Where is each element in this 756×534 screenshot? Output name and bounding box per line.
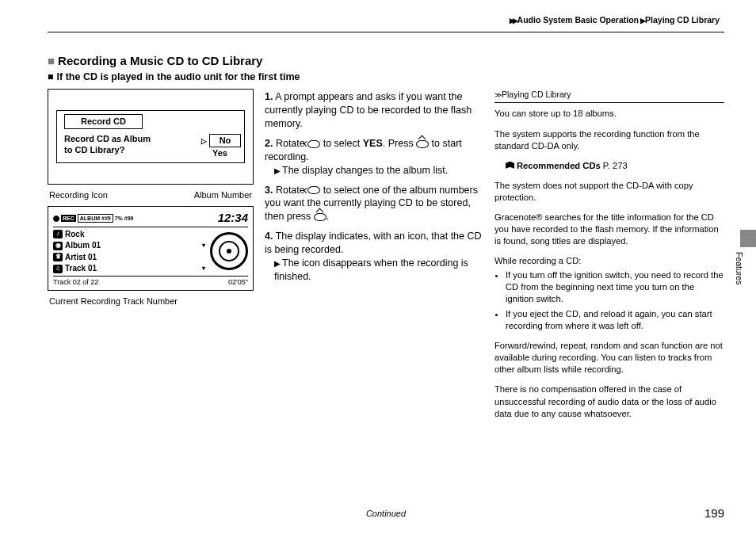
sidebar-divider xyxy=(494,102,724,103)
sidebar-p3: The system does not support the CD-DA wi… xyxy=(494,180,724,204)
label-album-number: Album Number xyxy=(194,189,252,201)
dial-icon xyxy=(307,139,320,149)
section-title: ■Recording a Music CD to CD Library xyxy=(48,53,483,69)
page-number: 199 xyxy=(704,505,724,521)
chevron-down-icon: ▾ xyxy=(202,265,205,273)
step-4: 4. The display indicates, with an icon, … xyxy=(265,230,483,284)
label-current-track-number: Current Recording Track Number xyxy=(48,296,254,307)
page-footer: Continued 199 xyxy=(48,508,724,520)
instruction-steps: 1. A prompt appears and asks if you want… xyxy=(265,89,483,289)
album-value: Album 01 xyxy=(65,240,101,251)
section-subtitle: ■If the CD is played in the audio unit f… xyxy=(48,71,483,84)
section-subtitle-text: If the CD is played in the audio unit fo… xyxy=(57,71,300,82)
track-counter: Track 02 of 22 xyxy=(53,277,98,287)
sidebar-p1: You can store up to 18 albums. xyxy=(494,108,724,120)
sidebar-title: ≫Playing CD Library xyxy=(494,89,724,100)
pointer-icon: ▷ xyxy=(201,137,207,145)
section-title-text: Recording a Music CD to CD Library xyxy=(58,54,262,67)
sidebar-li2: If you eject the CD, and reload it again… xyxy=(506,308,724,332)
step-2: 2. Rotate to select YES. Press to start … xyxy=(265,137,483,177)
option-no: No xyxy=(209,134,241,147)
chevron-right-icon: ▶ xyxy=(640,17,643,25)
album-icon: ◉ xyxy=(53,242,63,250)
prompt-title: Record CD xyxy=(64,114,143,129)
sidebar-list-intro: While recording a CD: xyxy=(494,255,724,267)
press-icon xyxy=(416,139,429,149)
square-bullet-icon: ■ xyxy=(48,71,54,82)
option-yes: Yes xyxy=(201,148,227,158)
triangle-bullet-icon: ▶ xyxy=(274,259,281,268)
clock-readout: 12:34 xyxy=(218,210,248,226)
dial-icon xyxy=(307,185,320,195)
sidebar-li1: If you turn off the ignition switch, you… xyxy=(506,269,724,305)
elapsed-time: 02'05" xyxy=(228,277,248,287)
track-value: Track 01 xyxy=(65,263,97,274)
sidebar-p5: Forward/rewind, repeat, random and scan … xyxy=(494,340,724,376)
prompt-question: Record CD as Album to CD Library? xyxy=(60,134,151,156)
triangle-bullet-icon: ▶ xyxy=(274,166,281,175)
breadcrumb-level2: Playing CD Library xyxy=(645,15,720,25)
sidebar-p6: There is no compensation offered in the … xyxy=(494,383,724,419)
section-label-features: Features xyxy=(734,252,745,284)
rec-badge: REC xyxy=(61,215,76,222)
info-sidebar: ≫Playing CD Library You can store up to … xyxy=(494,89,724,427)
artist-value: Artist 01 xyxy=(65,252,97,263)
section-tab xyxy=(740,230,756,247)
artist-icon: ♛ xyxy=(53,253,63,261)
genre-value: Rock xyxy=(65,229,84,240)
square-bullet-icon: ■ xyxy=(48,54,55,67)
sidebar-crossref: Recommended CDs P. 273 xyxy=(494,160,724,172)
record-dot-icon xyxy=(53,216,59,222)
sidebar-p2: The system supports the recording functi… xyxy=(494,128,724,152)
double-chevron-icon: ≫ xyxy=(494,91,498,99)
illustration-labels: Recording Icon Album Number xyxy=(48,189,254,201)
chevron-down-icon: ▾ xyxy=(202,242,205,250)
disc-icon xyxy=(210,232,248,270)
manual-page: ▶▶Audio System Basic Operation▶Playing C… xyxy=(0,0,756,534)
press-icon xyxy=(314,212,326,222)
screen-illustration-prompt: Record CD Record CD as Album to CD Libra… xyxy=(48,89,254,185)
track-icon: ♫ xyxy=(53,265,63,273)
recording-status-row: REC ALBUM ##9 7% #99 xyxy=(53,214,134,223)
step-1: 1. A prompt appears and asks if you want… xyxy=(265,90,483,131)
header-divider xyxy=(48,32,724,32)
sidebar-list: If you turn off the ignition switch, you… xyxy=(494,269,724,333)
breadcrumb-level1: Audio System Basic Operation xyxy=(517,15,639,25)
continued-label: Continued xyxy=(366,508,406,520)
label-recording-icon: Recording Icon xyxy=(49,189,108,201)
genre-icon: ♪ xyxy=(53,230,63,238)
chevron-right-icon: ▶▶ xyxy=(510,17,516,25)
book-icon xyxy=(506,162,514,169)
prompt-options: ▷No Yes xyxy=(201,134,241,159)
illustrations-column: Record CD Record CD as Album to CD Libra… xyxy=(48,89,254,307)
step-3: 3. Rotate to select one of the album num… xyxy=(265,184,483,224)
sidebar-p4: Gracenote® searches for the title inform… xyxy=(494,212,724,247)
breadcrumb: ▶▶Audio System Basic Operation▶Playing C… xyxy=(48,14,724,25)
screen-illustration-recording: REC ALBUM ##9 7% #99 12:34 ♪Rock ◉Album … xyxy=(48,206,254,291)
